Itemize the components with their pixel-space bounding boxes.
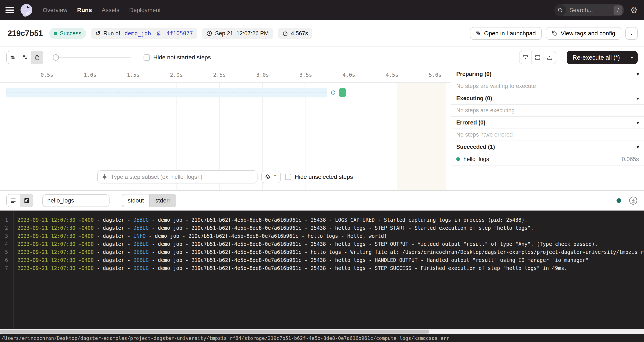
stopwatch-icon [282,30,288,36]
run-actions-dropdown-button[interactable]: ⌄ [626,27,638,40]
log-level: DEBUG [134,257,149,263]
log-line: 72023-09-21 12:07:30 -0400 - dagster - D… [0,264,644,272]
view-tags-config-button[interactable]: View tags and config [546,27,621,40]
graph-query-toggle-button[interactable]: ⌃ [261,171,281,183]
search-input[interactable]: Search... / [554,4,624,16]
search-icon [554,4,566,16]
horizontal-scrollbar[interactable] [0,329,644,334]
open-launchpad-button[interactable]: ✎ Open in Launchpad [470,27,542,40]
log-level: DEBUG [134,265,149,271]
log-line-number: 2 [0,225,8,231]
log-line-text: 2023-09-21 12:07:30 -0400 - dagster - DE… [17,241,598,247]
gutter-divider [13,210,14,329]
axis-tick: 1.0s [84,72,96,78]
step-duration: 0.065s [622,156,639,162]
log-toolbar: hello_logs stdoutstderr [0,190,644,210]
raw-logs-button[interactable] [20,194,33,207]
reexecute-dropdown-button[interactable]: ▾ [626,51,638,64]
waterfall-view-button[interactable] [19,51,31,64]
log-line-text: 2023-09-21 12:07:30 -0400 - dagster - DE… [17,225,534,231]
section-empty-message: No steps have errored [451,129,644,141]
split-panels-button[interactable] [532,51,544,64]
log-line: 42023-09-21 12:07:30 -0400 - dagster - D… [0,240,644,248]
log-filter-input[interactable]: hello_logs [42,194,110,207]
chevron-down-icon: ⌄ [630,31,634,36]
hamburger-menu-icon[interactable] [6,7,14,13]
expand-bottom-panel-button[interactable] [520,51,532,64]
download-arrow-icon [632,198,634,201]
download-log-button[interactable] [629,196,638,205]
run-id: 219c7b51 [8,29,43,38]
timestamp-pill: Sep 21, 12:07:26 PM [202,28,273,39]
step-subset-input[interactable]: Type a step subset (ex: hello_logs+) [97,170,258,184]
step-section-errored[interactable]: Errored (0)▾ [451,117,644,129]
log-output[interactable]: 12023-09-21 12:07:30 -0400 - dagster - D… [0,210,644,329]
checkbox-icon[interactable] [144,54,150,61]
hide-unselected-label: Hide unselected steps [295,174,353,180]
pencil-icon: ✎ [476,30,481,36]
section-title: Preparing (0) [456,71,492,77]
log-line-text: 2023-09-21 12:07:30 -0400 - dagster - IN… [17,233,387,239]
log-level: DEBUG [134,225,149,231]
dagster-logo-icon[interactable] [20,4,33,17]
top-nav: Overview Runs Assets Deployment Search..… [0,0,644,20]
clock-icon [206,30,212,36]
tab-stdout[interactable]: stdout [122,194,149,207]
section-title: Executing (0) [456,95,492,102]
caret-down-icon: ▾ [636,72,639,76]
log-line-number: 3 [0,233,8,239]
nav-item-deployment[interactable]: Deployment [129,7,161,14]
timed-view-button[interactable] [31,51,43,64]
scrollbar-thumb[interactable] [0,330,429,334]
log-timestamp: 2023-09-21 12:07:30 -0400 [17,233,94,239]
job-link[interactable]: demo_job [124,30,151,36]
nav-item-runs[interactable]: Runs [77,7,92,14]
log-level: INFO [134,233,146,239]
split-panel-icon [535,55,540,60]
hide-not-started-checkbox[interactable]: Hide not started steps [144,54,211,61]
log-line-text: 2023-09-21 12:07:30 -0400 - dagster - DE… [17,257,588,263]
commit-link[interactable]: 4f105077 [166,30,193,36]
section-title: Succeeded (1) [456,144,495,150]
reexecute-label: Re-execute all (*) [566,51,626,64]
log-timestamp: 2023-09-21 12:07:30 -0400 [17,257,94,263]
caret-down-icon: ▾ [636,96,639,100]
search-shortcut-badge: / [614,6,622,15]
panel-layout-segment [519,51,556,64]
tab-stderr[interactable]: stderr [149,194,176,207]
step-section-executing[interactable]: Executing (0)▾ [451,92,644,105]
zoom-slider-handle[interactable] [53,54,59,61]
chevron-up-icon: ⌃ [273,174,278,180]
run-header: 219c7b51 Success ↺ Run of demo_job @ 4f1… [0,20,644,47]
log-level: DEBUG [134,241,149,247]
reexecute-all-button[interactable]: Re-execute all (*) ▾ [566,51,638,64]
zoom-slider[interactable] [53,57,131,58]
log-level: DEBUG [134,249,149,255]
gantt-chart: 0.5s1.0s1.5s2.0s2.5s3.0s3.5s4.0s4.5s5.0s… [0,68,451,190]
step-section-succeeded[interactable]: Succeeded (1)▾ [451,141,644,153]
op-selector-icon [102,174,108,180]
log-line-text: 2023-09-21 12:07:30 -0400 - dagster - DE… [17,217,528,223]
checkbox-icon[interactable] [285,174,291,180]
flat-view-button[interactable] [7,51,19,64]
gear-icon[interactable]: ⚙ [630,6,638,14]
expand-top-panel-button[interactable] [544,51,556,64]
step-section-preparing[interactable]: Preparing (0)▾ [451,68,644,80]
axis-tick: 3.0s [256,72,269,78]
structured-logs-button[interactable] [7,194,20,207]
log-line: 32023-09-21 12:07:30 -0400 - dagster - I… [0,232,644,240]
step-subset-row: Type a step subset (ex: hello_logs+) ⌃ H… [0,170,451,184]
hide-unselected-checkbox[interactable]: Hide unselected steps [285,174,353,180]
log-line: 62023-09-21 12:07:30 -0400 - dagster - D… [0,256,644,264]
log-timestamp: 2023-09-21 12:07:30 -0400 [17,249,94,255]
axis-tick: 2.0s [170,72,183,78]
gantt-step-bar-hello-logs[interactable] [339,88,346,97]
nav-item-assets[interactable]: Assets [102,7,120,14]
step-row-hello_logs[interactable]: hello_logs0.065s [451,153,644,166]
log-file-path: /Users/erincochran/Desktop/dagster-examp… [1,336,449,341]
axis-tick: 2.5s [213,72,226,78]
log-line: 22023-09-21 12:07:30 -0400 - dagster - D… [0,224,644,232]
log-line-number: 1 [0,217,8,223]
nav-item-overview[interactable]: Overview [43,7,68,14]
history-icon: ↺ [95,30,101,36]
